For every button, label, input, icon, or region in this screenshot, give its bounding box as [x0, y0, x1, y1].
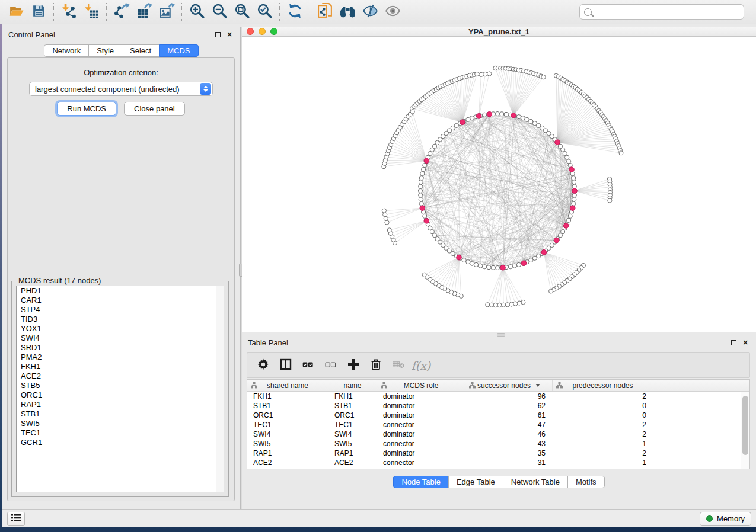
cytoscape-app: Control Panel × NetworkStyleSelectMCDS O… [0, 0, 756, 532]
table-header-row: shared namenameMCDS rolesuccessor nodesp… [247, 380, 749, 392]
table-panel-title: Table Panel [248, 338, 288, 347]
tab-edge-table[interactable]: Edge Table [448, 476, 503, 488]
column-label: predecessor nodes [572, 382, 633, 390]
export-table-button[interactable] [133, 2, 155, 22]
mcds-list-scrollbar[interactable] [216, 286, 224, 492]
column-header-shared-name[interactable]: shared name [247, 380, 328, 391]
mcds-result-item[interactable]: CAR1 [17, 296, 224, 305]
network-view-window: YPA_prune.txt_1 [242, 27, 756, 332]
mcds-result-item[interactable]: TID3 [17, 315, 224, 324]
mcds-result-item[interactable]: PMA2 [17, 352, 224, 362]
column-header-name[interactable]: name [328, 380, 377, 391]
cell-shared-name: ORC1 [247, 411, 328, 420]
tab-network-table[interactable]: Network Table [503, 476, 568, 488]
mcds-result-item[interactable]: SRD1 [17, 343, 224, 352]
tab-motifs[interactable]: Motifs [567, 476, 605, 488]
import-network-button[interactable] [58, 2, 80, 22]
table-row[interactable]: TEC1TEC1connector472 [247, 420, 749, 430]
column-header-successor-nodes[interactable]: successor nodes [465, 380, 553, 391]
mcds-result-item[interactable]: FKH1 [17, 362, 224, 371]
network-window-titlebar[interactable]: YPA_prune.txt_1 [242, 27, 756, 37]
mcds-result-item[interactable]: STP4 [17, 305, 224, 315]
function-builder-button[interactable]: f(x) [411, 355, 431, 376]
network-doc-button[interactable] [314, 2, 336, 22]
binoculars-icon [340, 3, 356, 21]
mcds-result-item[interactable]: RAP1 [17, 400, 224, 409]
add-column-button[interactable] [343, 355, 363, 376]
network-canvas[interactable] [242, 37, 756, 332]
close-table-panel-button[interactable]: × [741, 338, 750, 347]
tab-network[interactable]: Network [44, 44, 89, 57]
table-row[interactable]: SWI5SWI5connector431 [247, 439, 749, 448]
export-network-button[interactable] [110, 2, 133, 22]
import-table-button[interactable] [80, 2, 103, 22]
zoom-in-button[interactable] [186, 2, 208, 22]
float-table-panel-button[interactable] [729, 338, 738, 347]
tab-mcds[interactable]: MCDS [159, 44, 198, 57]
table-row[interactable]: SWI4SWI4dominator462 [247, 430, 749, 439]
table-scrollbar-thumb[interactable] [742, 396, 748, 455]
table-row[interactable]: ORC1ORC1dominator610 [247, 411, 749, 420]
tab-style[interactable]: Style [88, 44, 122, 57]
columns-icon [279, 358, 292, 373]
tab-select[interactable]: Select [122, 44, 160, 57]
mcds-result-item[interactable]: SWI4 [17, 334, 224, 343]
mcds-result-item[interactable]: YOX1 [17, 324, 224, 334]
open-file-button[interactable] [5, 2, 27, 22]
search-input[interactable] [595, 8, 739, 17]
toggle-columns-button[interactable] [276, 355, 296, 376]
column-header-MCDS-role[interactable]: MCDS role [377, 380, 465, 391]
cell-predecessor-nodes: 2 [553, 392, 653, 401]
find-button[interactable] [336, 2, 359, 22]
table-row[interactable]: YOX1YOX1connector291 [247, 467, 749, 469]
table-row[interactable]: ACE2ACE2connector311 [247, 458, 749, 467]
column-header-predecessor-nodes[interactable]: predecessor nodes [553, 380, 653, 391]
export-table-icon [136, 3, 152, 21]
cell-predecessor-nodes: 1 [553, 439, 653, 448]
table-scrollbar[interactable] [741, 392, 749, 469]
select-all-checks-button[interactable] [298, 355, 318, 376]
zoom-out-button[interactable] [208, 2, 231, 22]
float-panel-button[interactable] [213, 30, 222, 39]
memory-button[interactable]: Memory [700, 512, 751, 526]
mcds-result-item[interactable]: SWI5 [17, 419, 224, 428]
show-all-button[interactable] [381, 2, 404, 22]
close-panel-action-button[interactable]: Close panel [124, 102, 185, 116]
cell-predecessor-nodes: 1 [553, 467, 653, 469]
delete-table-button[interactable] [388, 355, 409, 376]
cell-MCDS-role: connector [377, 458, 465, 467]
mcds-result-item[interactable]: GCR1 [17, 438, 224, 447]
deselect-all-checks-button[interactable] [321, 355, 341, 376]
export-image-button[interactable] [155, 2, 178, 22]
floppy-disk-icon [31, 3, 47, 21]
toolbar-separator [310, 3, 310, 21]
criterion-select-value: largest connected component (undirected) [30, 85, 200, 94]
hide-selected-button[interactable] [359, 2, 381, 22]
cell-successor-nodes: 43 [465, 439, 553, 448]
run-mcds-button[interactable]: Run MCDS [57, 102, 116, 116]
table-row[interactable]: FKH1FKH1dominator962 [247, 392, 749, 401]
tab-node-table[interactable]: Node Table [393, 476, 449, 488]
horizontal-splitter-handle[interactable] [497, 333, 505, 337]
status-menu-button[interactable] [7, 512, 25, 526]
cell-shared-name: SWI4 [247, 430, 328, 439]
mcds-result-item[interactable]: ORC1 [17, 390, 224, 400]
import-network-icon [61, 3, 77, 21]
mcds-result-item[interactable]: PHD1 [17, 286, 224, 296]
control-panel-title: Control Panel [8, 30, 55, 39]
criterion-select[interactable]: largest connected component (undirected) [29, 82, 213, 96]
toolbar-separator [181, 3, 182, 21]
table-row[interactable]: STB1STB1dominator620 [247, 401, 749, 411]
delete-column-button[interactable] [366, 355, 386, 376]
mcds-result-item[interactable]: STB1 [17, 409, 224, 419]
save-session-button[interactable] [27, 2, 50, 22]
mcds-result-item[interactable]: ACE2 [17, 371, 224, 381]
table-settings-button[interactable] [253, 355, 273, 376]
mcds-result-item[interactable]: STB5 [17, 381, 224, 390]
refresh-button[interactable] [283, 2, 306, 22]
table-row[interactable]: RAP1RAP1dominator352 [247, 448, 749, 458]
zoom-fit-button[interactable] [231, 2, 253, 22]
zoom-selected-button[interactable] [253, 2, 276, 22]
close-panel-button[interactable]: × [225, 30, 234, 39]
mcds-result-item[interactable]: TEC1 [17, 428, 224, 438]
